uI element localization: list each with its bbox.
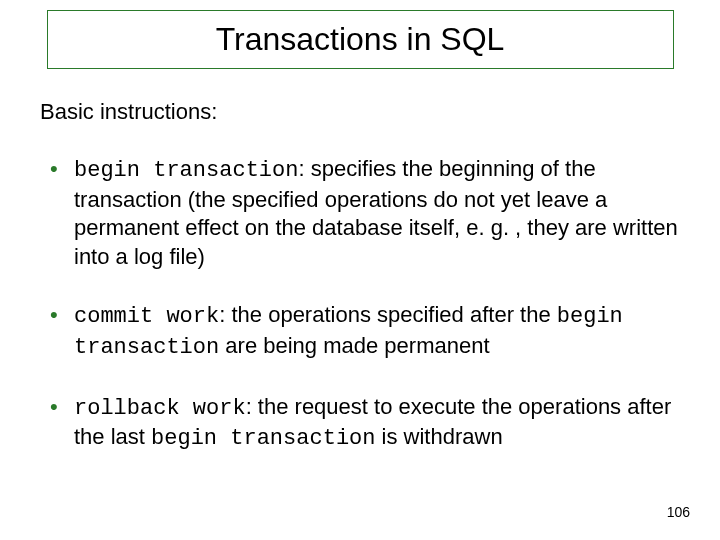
- code-term: begin transaction: [74, 158, 298, 183]
- code-term: begin transaction: [151, 426, 375, 451]
- slide-title-box: Transactions in SQL: [47, 10, 674, 69]
- bullet-text: : the operations specified after the: [219, 302, 557, 327]
- bullet-text: are being made permanent: [219, 333, 489, 358]
- page-number: 106: [667, 504, 690, 520]
- slide-title: Transactions in SQL: [68, 21, 653, 58]
- bullet-text: is withdrawn: [375, 424, 502, 449]
- bullet-item: rollback work: the request to execute th…: [50, 393, 690, 454]
- code-term: commit work: [74, 304, 219, 329]
- bullet-item: begin transaction: specifies the beginni…: [50, 155, 690, 271]
- code-term: rollback work: [74, 396, 246, 421]
- bullet-item: commit work: the operations specified af…: [50, 301, 690, 362]
- bullet-list: begin transaction: specifies the beginni…: [30, 155, 690, 454]
- slide-subheading: Basic instructions:: [30, 99, 690, 125]
